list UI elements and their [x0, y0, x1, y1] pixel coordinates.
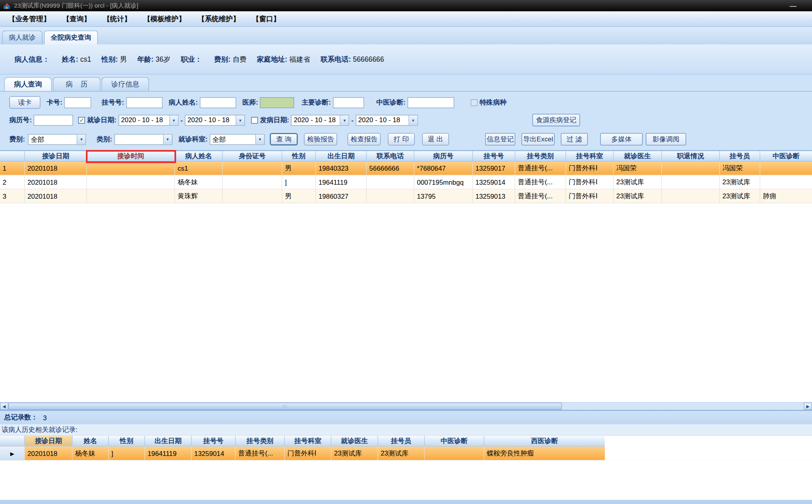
case-no-input[interactable] — [34, 115, 73, 125]
menu-item[interactable]: 【业务管理】 — [8, 14, 50, 24]
export-excel-button[interactable]: 导出Excel — [521, 133, 555, 145]
screen: 23测试库(N9999 门眼科(一)) orcl - [病人就诊] — 【业务管… — [0, 0, 812, 504]
column-header[interactable]: 中医诊断 — [425, 436, 485, 446]
onset-date-from-picker[interactable]: 2020 - 10 - 18 ▼ — [291, 115, 349, 125]
column-header[interactable]: 出生日期 — [145, 436, 192, 446]
visit-date-checkbox[interactable]: ✓ — [79, 117, 85, 123]
column-header[interactable]: 挂号科室 — [566, 151, 614, 161]
column-header[interactable]: 就诊医生 — [331, 436, 378, 446]
mdi-tab[interactable]: 全院病史查询 — [44, 30, 98, 44]
column-header[interactable]: 性别 — [109, 436, 145, 446]
exam-report-button[interactable]: 检查报告 — [347, 133, 381, 145]
onset-date-to-picker[interactable]: 2020 - 10 - 18 ▼ — [356, 115, 418, 125]
minimize-button[interactable]: — — [790, 2, 796, 10]
scroll-right-icon[interactable]: ▶ — [804, 403, 812, 410]
column-header[interactable]: 中医诊断 — [760, 151, 812, 161]
patient-name-input[interactable] — [200, 97, 236, 108]
foodborne-disease-button[interactable]: 食源疾病登记 — [532, 114, 580, 126]
column-header[interactable]: 就诊医生 — [614, 151, 662, 161]
menu-item[interactable]: 【系统维护】 — [198, 14, 240, 24]
table-row[interactable]: ▶ 20201018 杨冬妹 ] 19641119 13259014 普通挂号(… — [0, 447, 605, 461]
column-header[interactable]: 性别 — [282, 151, 316, 161]
card-no-input[interactable] — [65, 97, 91, 108]
sub-tab[interactable]: 病 历 — [53, 77, 101, 91]
patient-info-field: 职业： — [181, 54, 204, 64]
column-header[interactable]: 姓名 — [73, 436, 109, 446]
column-header[interactable]: 挂号号 — [192, 436, 236, 446]
chevron-down-icon[interactable]: ▼ — [236, 115, 244, 125]
department-label: 就诊科室: — [178, 135, 208, 144]
tcm-diagnosis-input[interactable] — [408, 97, 454, 108]
record-count-value: 3 — [43, 414, 46, 421]
main-diagnosis-input[interactable] — [333, 97, 364, 108]
cell: 0007195mnbgq — [414, 175, 473, 189]
column-header[interactable]: 西医诊断 — [484, 436, 605, 446]
column-header[interactable]: 身份证号 — [223, 151, 283, 161]
table-row[interactable]: 3 20201018 黄珠辉 男 19860327 13795 13259013… — [0, 190, 812, 204]
visit-date-to-value: 2020 - 10 - 18 — [186, 115, 236, 125]
chevron-down-icon[interactable]: ▼ — [163, 134, 172, 144]
column-header-sorted[interactable]: 接诊日期 — [25, 436, 73, 446]
chevron-down-icon[interactable]: ▼ — [255, 134, 264, 144]
row-number-cell: 3 — [0, 190, 25, 203]
column-header[interactable]: 联系电话 — [367, 151, 414, 161]
doctor-input[interactable] — [260, 97, 294, 108]
print-button[interactable]: 打 印 — [388, 133, 415, 145]
filter-button[interactable]: 过 滤 — [561, 133, 588, 145]
reg-no-input[interactable] — [126, 97, 162, 108]
column-header[interactable]: 接诊日期 — [25, 151, 87, 161]
cell: 13259014 — [192, 447, 236, 460]
special-disease-checkbox[interactable] — [471, 99, 478, 106]
cell: 13259013 — [473, 190, 515, 203]
patient-info-label: 姓名: — [62, 54, 78, 64]
horizontal-scrollbar[interactable]: ◀ ▶ — [0, 402, 812, 410]
scroll-left-icon[interactable]: ◀ — [0, 403, 8, 410]
visit-date-from-picker[interactable]: 2020 - 10 - 18 ▼ — [118, 115, 178, 125]
query-button[interactable]: 查 询 — [270, 133, 298, 145]
column-header[interactable]: 出生日期 — [316, 151, 367, 161]
cell: 20201018 — [25, 190, 87, 203]
scrollbar-thumb[interactable] — [8, 403, 562, 410]
menu-item[interactable]: 【模板维护】 — [143, 14, 186, 24]
lab-report-button[interactable]: 检验报告 — [304, 133, 337, 145]
patient-info-label: 费别: — [214, 54, 230, 64]
column-header[interactable]: 病人姓名 — [175, 151, 223, 161]
patient-info-value: 福建省 — [289, 54, 310, 64]
column-header[interactable]: 职退情况 — [662, 151, 720, 161]
column-header-highlighted[interactable]: 接诊时间 — [87, 151, 175, 161]
column-header[interactable]: 挂号员 — [378, 436, 424, 446]
table-row[interactable]: 2 20201018 杨冬妹 ] 19641119 0007195mnbgq 1… — [0, 175, 812, 190]
column-header[interactable]: 病历号 — [414, 151, 473, 161]
table-row[interactable]: 1 20201018 cs1 男 19840323 56666666 *7680… — [0, 161, 812, 175]
menu-item[interactable]: 【查询】 — [63, 14, 91, 24]
chevron-down-icon[interactable]: ▼ — [408, 115, 417, 125]
info-registration-button[interactable]: 信息登记 — [485, 133, 515, 145]
column-header[interactable]: 挂号类别 — [236, 436, 285, 446]
column-header[interactable]: 挂号类别 — [515, 151, 566, 161]
mdi-tab[interactable]: 病人就诊 — [2, 30, 42, 44]
imaging-review-button[interactable]: 影像调阅 — [646, 133, 686, 145]
chevron-down-icon[interactable]: ▼ — [340, 115, 349, 125]
department-select[interactable]: 全部 ▼ — [210, 134, 265, 145]
fee-type-select[interactable]: 全部 ▼ — [28, 134, 86, 145]
chevron-down-icon[interactable]: ▼ — [169, 115, 178, 125]
read-card-button[interactable]: 读卡 — [9, 96, 40, 109]
visit-date-to-picker[interactable]: 2020 - 10 - 18 ▼ — [185, 115, 245, 125]
sub-tab[interactable]: 病人查询 — [4, 77, 52, 91]
multimedia-button[interactable]: 多媒体 — [600, 133, 643, 145]
chevron-down-icon[interactable]: ▼ — [77, 134, 86, 144]
menu-item[interactable]: 【窗口】 — [252, 14, 280, 24]
cell — [760, 175, 812, 189]
sub-tab[interactable]: 诊疗信息 — [101, 77, 149, 91]
column-header[interactable]: 挂号员 — [720, 151, 760, 161]
menu-item[interactable]: 【统计】 — [103, 14, 131, 24]
category-value — [115, 134, 163, 144]
exit-button[interactable]: 退 出 — [422, 133, 449, 145]
category-select[interactable]: ▼ — [114, 134, 172, 145]
onset-date-checkbox[interactable] — [251, 117, 258, 123]
scrollbar-track[interactable] — [562, 403, 804, 410]
column-header[interactable]: 挂号号 — [473, 151, 515, 161]
grid-corner-cell — [0, 151, 25, 161]
patient-info-label: 联系电话: — [321, 54, 351, 64]
column-header[interactable]: 挂号科室 — [285, 436, 331, 446]
